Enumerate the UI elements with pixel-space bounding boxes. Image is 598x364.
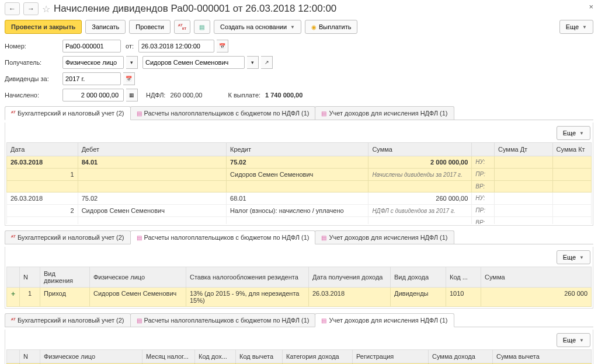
doc-icon: ▤ xyxy=(321,235,326,241)
col-credit[interactable]: Кредит xyxy=(227,143,368,156)
close-icon[interactable]: × xyxy=(589,2,593,11)
dk-icon: ᴬᵀ xyxy=(11,235,15,240)
col-blank[interactable] xyxy=(472,143,495,156)
accrued-calc-button[interactable]: ▦ xyxy=(126,89,138,102)
accounting-table: Дата Дебет Кредит Сумма Сумма Дт Сумма К… xyxy=(6,142,592,224)
doc-icon: ▤ xyxy=(137,235,142,241)
tab-accounting-2[interactable]: ᴬᵀБухгалтерский и налоговый учет (2) xyxy=(5,230,131,244)
doc-icon: ▤ xyxy=(321,110,326,117)
more-button-2[interactable]: Еще▼ xyxy=(557,250,590,264)
recipient-input[interactable] xyxy=(142,56,245,69)
recipient-open-button[interactable]: ↗ xyxy=(261,56,273,69)
tab-accounting[interactable]: ᴬᵀБухгалтерский и налоговый учет (2) xyxy=(5,106,131,120)
recipient-label: Получатель: xyxy=(5,59,60,66)
pay-button[interactable]: ◉ Выплатить xyxy=(305,20,357,34)
tab-ndfl-budget[interactable]: ▤Расчеты налогоплательщиков с бюджетом п… xyxy=(130,106,316,120)
structure-button[interactable]: ▤ xyxy=(194,20,210,34)
col-move[interactable]: Вид движения xyxy=(40,267,90,288)
col-sum[interactable]: Сумма xyxy=(368,143,472,156)
dk-icon: ᴬᵀ xyxy=(11,317,15,323)
col-code[interactable]: Код ... xyxy=(446,267,481,288)
more-button-1[interactable]: Еще▼ xyxy=(557,126,590,140)
table-row[interactable]: 1 Сидоров Семен Семенович Начислены диви… xyxy=(7,169,592,181)
col-reg[interactable]: Регистрация xyxy=(353,350,429,363)
table-row[interactable]: ВР: xyxy=(7,181,592,192)
div-year-input[interactable] xyxy=(62,72,121,85)
tab-accounting-3[interactable]: ᴬᵀБухгалтерский и налоговый учет (2) xyxy=(5,313,131,327)
coin-icon: ◉ xyxy=(311,24,317,30)
col-date[interactable]: Дата xyxy=(7,143,78,156)
col-code-inc[interactable]: Код дох... xyxy=(195,350,236,363)
doc-icon: ▤ xyxy=(137,317,142,324)
tab-ndfl-budget-3[interactable]: ▤Расчеты налогоплательщиков с бюджетом п… xyxy=(130,313,316,327)
pay-label: Выплатить xyxy=(319,23,351,30)
col-sum[interactable]: Сумма xyxy=(481,267,592,288)
recipient-dropdown[interactable]: ▾ xyxy=(247,56,259,69)
more-label: Еще xyxy=(566,23,579,30)
ndfl-value: 260 000,00 xyxy=(170,92,202,99)
chevron-down-icon: ▼ xyxy=(290,24,295,30)
col-sum-ded[interactable]: Сумма вычета xyxy=(493,350,592,363)
recipient-type-input[interactable] xyxy=(62,56,124,69)
col-rate[interactable]: Ставка налогообложения резидента xyxy=(186,267,309,288)
col-income-type[interactable]: Вид дохода xyxy=(391,267,446,288)
doc-icon: ▤ xyxy=(137,110,142,117)
div-year-calendar[interactable]: 📅 xyxy=(123,72,135,85)
col-n[interactable]: N xyxy=(20,350,40,363)
accrued-label: Начислено: xyxy=(5,92,60,99)
save-button[interactable]: Записать xyxy=(85,20,126,34)
col-income-date[interactable]: Дата получения дохода xyxy=(309,267,391,288)
topay-value: 1 740 000,00 xyxy=(265,92,303,99)
post-button[interactable]: Провести xyxy=(129,20,171,34)
create-based-button[interactable]: Создать на основании ▼ xyxy=(214,20,301,34)
chevron-down-icon: ▼ xyxy=(582,24,587,30)
more-button-3[interactable]: Еще▼ xyxy=(557,333,590,347)
col-month[interactable]: Месяц налог... xyxy=(142,350,195,363)
doc-icon: ▤ xyxy=(321,317,326,324)
accrued-input[interactable] xyxy=(62,89,124,102)
more-button-top[interactable]: Еще ▼ xyxy=(559,20,593,34)
star-icon[interactable]: ☆ xyxy=(42,4,50,15)
col-debit[interactable]: Дебет xyxy=(78,143,226,156)
date-input[interactable] xyxy=(138,40,214,52)
tab-ndfl-income-3[interactable]: ▤Учет доходов для исчисления НДФЛ (1) xyxy=(315,313,454,327)
table-row[interactable]: 2 Сидоров Семен Семенович Налог (взносы)… xyxy=(7,205,592,217)
nav-forward-button[interactable]: → xyxy=(23,2,39,15)
col-sum-dt[interactable]: Сумма Дт xyxy=(495,143,553,156)
tab-ndfl-income-2[interactable]: ▤Учет доходов для исчисления НДФЛ (1) xyxy=(315,230,454,244)
col-sum-inc[interactable]: Сумма дохода xyxy=(429,350,493,363)
col-category[interactable]: Категория дохода xyxy=(283,350,353,363)
number-input[interactable] xyxy=(62,40,121,52)
dividends-for-label: Дивиденды за: xyxy=(5,75,60,82)
tab-ndfl-income[interactable]: ▤Учет доходов для исчисления НДФЛ (1) xyxy=(315,106,454,120)
number-label: Номер: xyxy=(5,43,60,50)
col-code-ded[interactable]: Код вычета xyxy=(236,350,283,363)
ndfl-income-table: N Физическое лицо Месяц налог... Код дох… xyxy=(6,349,592,364)
ndfl-label: НДФЛ: xyxy=(146,92,165,99)
ndfl-budget-table: N Вид движения Физическое лицо Ставка на… xyxy=(6,267,592,307)
table-row[interactable]: + 1 Приход Сидоров Семен Семенович 13% (… xyxy=(7,288,592,307)
nav-back-button[interactable]: ← xyxy=(5,2,20,15)
create-based-label: Создать на основании xyxy=(220,23,287,30)
from-label: от: xyxy=(126,43,134,50)
table-row[interactable]: 26.03.2018 84.01 75.02 2 000 000,00 НУ: xyxy=(7,156,592,169)
page-title: Начисление дивидендов Ра00-000001 от 26.… xyxy=(54,3,336,15)
col-person[interactable]: Физическое лицо xyxy=(40,350,142,363)
topay-label: К выплате: xyxy=(228,92,261,99)
col-person[interactable]: Физическое лицо xyxy=(90,267,186,288)
col-sum-kt[interactable]: Сумма Кт xyxy=(552,143,591,156)
table-row[interactable]: ВР: xyxy=(7,217,592,225)
post-and-close-button[interactable]: Провести и закрыть xyxy=(5,20,82,34)
recipient-type-dropdown[interactable]: ▾ xyxy=(126,56,138,69)
dk-icon: ᴬᵀ xyxy=(11,110,15,116)
calendar-button[interactable]: 📅 xyxy=(217,40,228,52)
plus-icon: + xyxy=(11,290,15,298)
dt-kt-button[interactable]: ᴬᵀкт xyxy=(174,20,190,34)
col-n[interactable]: N xyxy=(20,267,40,288)
tab-ndfl-budget-2[interactable]: ▤Расчеты налогоплательщиков с бюджетом п… xyxy=(130,230,316,244)
table-row[interactable]: 26.03.2018 75.02 68.01 260 000,00 НУ: xyxy=(7,192,592,205)
